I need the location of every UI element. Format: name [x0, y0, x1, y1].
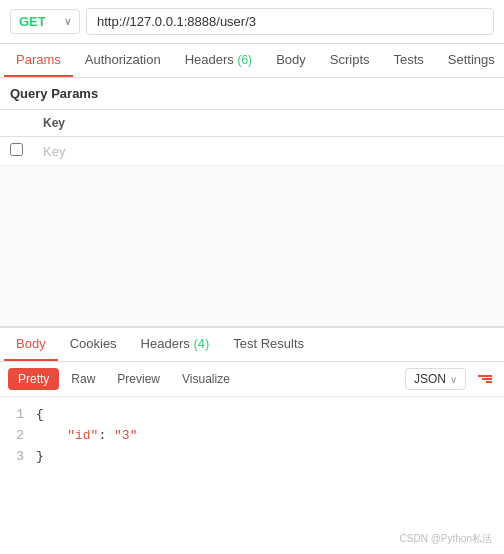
key-cell[interactable]: Key	[33, 137, 504, 166]
row-checkbox[interactable]	[10, 143, 23, 156]
row-checkbox-cell[interactable]	[0, 137, 33, 166]
tab-params[interactable]: Params	[4, 44, 73, 77]
res-tab-test-results[interactable]: Test Results	[221, 328, 316, 361]
code-line-2: 2 "id": "3"	[0, 426, 504, 447]
view-visualize-button[interactable]: Visualize	[172, 368, 240, 390]
spacer-area	[0, 166, 504, 326]
json-val: "3"	[114, 428, 137, 443]
view-preview-button[interactable]: Preview	[107, 368, 170, 390]
res-tab-headers[interactable]: Headers (4)	[129, 328, 222, 361]
tab-authorization[interactable]: Authorization	[73, 44, 173, 77]
headers-badge: (6)	[237, 53, 252, 67]
format-label: JSON	[414, 372, 446, 386]
filter-button[interactable]	[474, 373, 496, 385]
format-select[interactable]: JSON ∨	[405, 368, 466, 390]
key-col-header: Key	[33, 110, 504, 137]
tab-tests[interactable]: Tests	[382, 44, 436, 77]
tab-body[interactable]: Body	[264, 44, 318, 77]
json-key: "id"	[67, 428, 98, 443]
response-section: Body Cookies Headers (4) Test Results Pr…	[0, 326, 504, 475]
filter-icon	[478, 375, 492, 383]
code-view: 1 { 2 "id": "3" 3 }	[0, 397, 504, 475]
line-num-1: 1	[4, 405, 24, 426]
view-pretty-button[interactable]: Pretty	[8, 368, 59, 390]
code-text-2: "id": "3"	[36, 426, 137, 447]
code-text-3: }	[36, 447, 44, 468]
tab-headers[interactable]: Headers (6)	[173, 44, 264, 77]
code-line-3: 3 }	[0, 447, 504, 468]
response-toolbar: Pretty Raw Preview Visualize JSON ∨	[0, 362, 504, 397]
params-table: Key Key	[0, 109, 504, 166]
format-chevron-icon: ∨	[450, 374, 457, 385]
tab-scripts[interactable]: Scripts	[318, 44, 382, 77]
url-input[interactable]	[86, 8, 494, 35]
res-tab-cookies[interactable]: Cookies	[58, 328, 129, 361]
table-row: Key	[0, 137, 504, 166]
request-tabs: Params Authorization Headers (6) Body Sc…	[0, 44, 504, 78]
line-num-2: 2	[4, 426, 24, 447]
method-select[interactable]: GET ∨	[10, 9, 80, 34]
code-line-1: 1 {	[0, 405, 504, 426]
line-num-3: 3	[4, 447, 24, 468]
response-tabs: Body Cookies Headers (4) Test Results	[0, 328, 504, 362]
code-text-1: {	[36, 405, 44, 426]
checkbox-col-header	[0, 110, 33, 137]
view-raw-button[interactable]: Raw	[61, 368, 105, 390]
method-chevron-icon: ∨	[64, 16, 71, 27]
query-params-title: Query Params	[0, 78, 504, 109]
url-bar: GET ∨	[0, 0, 504, 44]
method-label: GET	[19, 14, 46, 29]
watermark: CSDN @Python私活	[392, 528, 500, 550]
res-tab-body[interactable]: Body	[4, 328, 58, 361]
res-headers-badge: (4)	[193, 336, 209, 351]
tab-settings[interactable]: Settings	[436, 44, 504, 77]
